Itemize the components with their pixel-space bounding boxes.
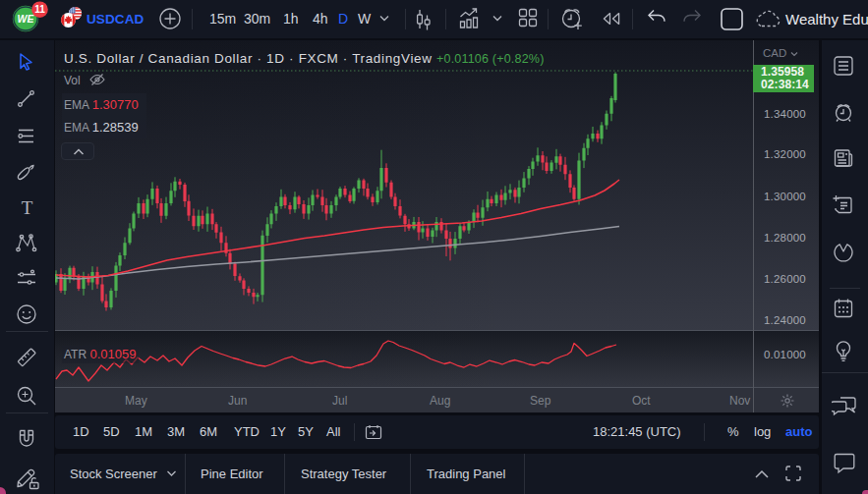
svg-text:WE: WE — [18, 13, 35, 25]
svg-text:11: 11 — [34, 4, 45, 15]
